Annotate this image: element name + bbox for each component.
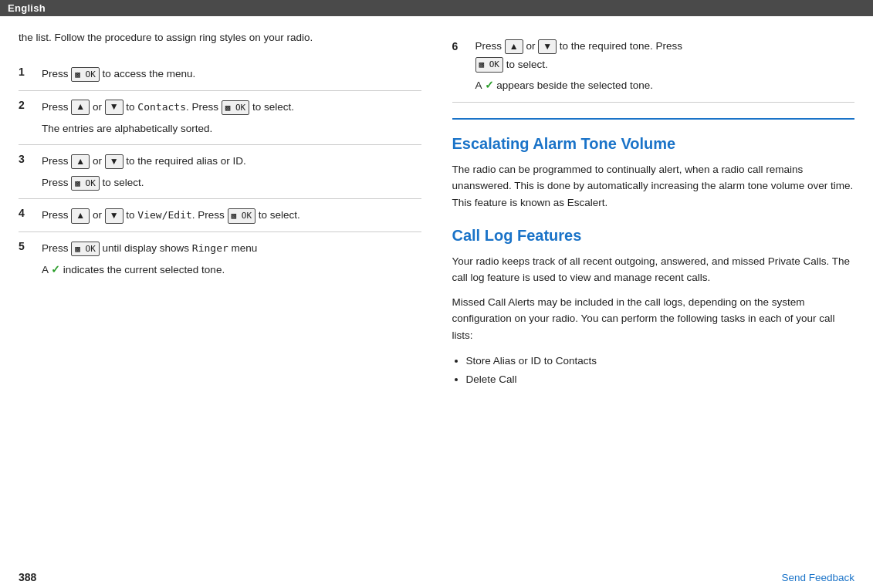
intro-text: the list. Follow the procedure to assign…: [19, 30, 421, 46]
step6-ok-icon: ▩ OK: [475, 57, 504, 72]
send-feedback-link[interactable]: Send Feedback: [781, 572, 854, 583]
step3-or1: or: [93, 155, 105, 167]
step4-to-select: to select.: [259, 209, 300, 221]
step-number-3: 3: [19, 153, 32, 191]
step4-up-arrow: ▲: [71, 208, 90, 224]
step-1: 1 Press ▩ OK to access the menu.: [19, 58, 421, 91]
step2-press1: Press: [42, 101, 71, 113]
step-4: 4 Press ▲ or ▼ to View/Edit. Press ▩ OK …: [19, 199, 421, 232]
step2-line1: Press ▲ or ▼ to Contacts. Press ▩ OK to …: [42, 99, 421, 116]
step-number-4: 4: [19, 207, 32, 224]
bullet-2-text: Delete Call: [466, 373, 517, 385]
step2-ok-icon: ▩ OK: [222, 100, 250, 115]
step6-line3: A ✓ appears beside the selected tone.: [475, 77, 855, 94]
step3-ok-icon: ▩ OK: [71, 176, 100, 191]
step6-to-required: to the required tone. Press: [560, 40, 682, 52]
step3-press1: Press: [42, 155, 71, 167]
step2-down-arrow: ▼: [105, 100, 124, 115]
step6-press1: Press: [475, 40, 505, 52]
section2-bullets: Store Alias or ID to Contacts Delete Cal…: [466, 352, 855, 390]
step-2-content: Press ▲ or ▼ to Contacts. Press ▩ OK to …: [42, 99, 421, 137]
step5-line1: Press ▩ OK until display shows Ringer me…: [42, 240, 421, 257]
step-3-content: Press ▲ or ▼ to the required alias or ID…: [42, 153, 421, 191]
step5-press1: Press: [42, 242, 71, 254]
language-header: English: [0, 0, 873, 16]
step6-down-arrow: ▼: [538, 39, 557, 55]
step3-press2: Press: [42, 177, 71, 188]
step6-checkmark: ✓: [485, 79, 494, 91]
step1-suffix: to access the menu.: [103, 68, 196, 79]
step-number-2: 2: [19, 99, 32, 137]
section2-body2: Missed Call Alerts may be included in th…: [452, 294, 855, 344]
step-5-content: Press ▩ OK until display shows Ringer me…: [42, 240, 421, 278]
step6-line2: ▩ OK to select.: [475, 56, 855, 73]
step1-ok-button-icon: ▩ OK: [71, 67, 100, 82]
step3-suffix: to the required alias or ID.: [126, 155, 245, 167]
section1-title: Escalating Alarm Tone Volume: [452, 133, 855, 154]
step5-ok-icon: ▩ OK: [71, 242, 100, 256]
step6-up-arrow: ▲: [505, 39, 523, 55]
left-column: the list. Follow the procedure to assign…: [19, 30, 421, 389]
step4-press1: Press: [42, 209, 71, 221]
step4-or1: or: [93, 209, 105, 221]
step1-press-label: Press: [42, 68, 71, 79]
section1-body: The radio can be programmed to continual…: [452, 161, 855, 211]
step-3: 3 Press ▲ or ▼ to the required alias or …: [19, 145, 421, 199]
step-5: 5 Press ▩ OK until display shows Ringer …: [19, 232, 421, 286]
page-number: 388: [19, 571, 36, 583]
step3-line2: Press ▩ OK to select.: [42, 174, 421, 191]
step2-or1: or: [93, 101, 105, 113]
step3-select: to select.: [103, 177, 144, 188]
bullet-1-text: Store Alias or ID to Contacts: [466, 355, 597, 367]
step-4-content: Press ▲ or ▼ to View/Edit. Press ▩ OK to…: [42, 207, 421, 224]
step6-to-select: to select.: [506, 59, 548, 70]
step3-down-arrow: ▼: [105, 154, 124, 170]
step5-until: until display shows Ringer menu: [103, 242, 258, 254]
step5-checkmark: ✓: [51, 264, 60, 275]
right-column: 6 Press ▲ or ▼ to the required tone. Pre…: [452, 30, 855, 389]
step-1-content: Press ▩ OK to access the menu.: [42, 66, 421, 83]
bullet-item-2: Delete Call: [466, 370, 855, 389]
step5-line2: A ✓ indicates the current selected tone.: [42, 262, 421, 279]
language-label: English: [8, 2, 46, 14]
step3-line1: Press ▲ or ▼ to the required alias or ID…: [42, 153, 421, 170]
step2-line2: The entries are alphabetically sorted.: [42, 120, 421, 137]
step-6: 6 Press ▲ or ▼ to the required tone. Pre…: [452, 30, 855, 103]
step3-up-arrow: ▲: [71, 154, 90, 170]
step-number-5: 5: [19, 240, 32, 278]
step-6-content: Press ▲ or ▼ to the required tone. Press…: [475, 38, 855, 94]
step6-line1: Press ▲ or ▼ to the required tone. Press: [475, 38, 855, 55]
step4-to-viewedit: to View/Edit. Press: [126, 209, 227, 221]
step2-to-select: to select.: [252, 101, 294, 113]
step-number-1: 1: [19, 66, 32, 83]
step4-down-arrow: ▼: [105, 208, 124, 224]
step2-up-arrow: ▲: [71, 100, 90, 115]
step-number-6: 6: [452, 38, 466, 94]
section2-body1: Your radio keeps track of all recent out…: [452, 253, 855, 286]
section1-divider: [452, 118, 855, 120]
page-footer: 388 Send Feedback: [0, 565, 873, 588]
section2-title: Call Log Features: [452, 225, 855, 245]
step6-or1: or: [526, 40, 538, 52]
step2-to-contacts: to Contacts. Press: [126, 101, 221, 113]
step4-ok-icon: ▩ OK: [228, 208, 256, 223]
bullet-item-1: Store Alias or ID to Contacts: [466, 352, 855, 370]
step-2: 2 Press ▲ or ▼ to Contacts. Press ▩ OK t…: [19, 91, 421, 145]
